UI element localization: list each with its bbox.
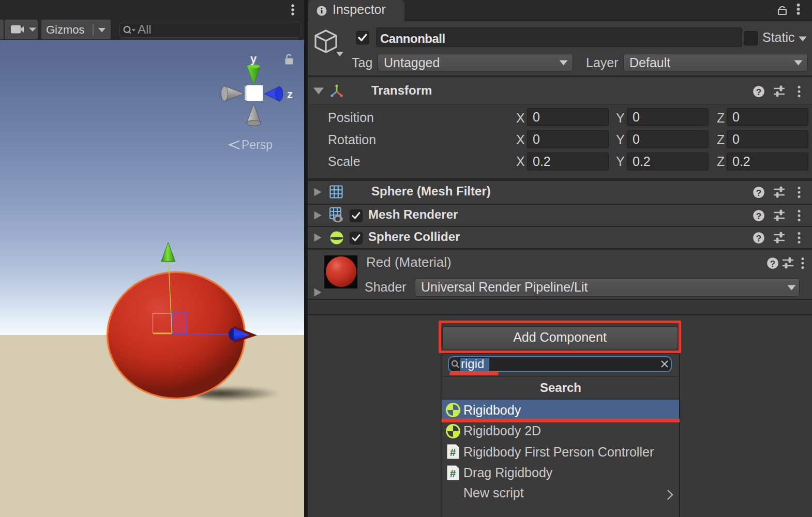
svg-text:z: z <box>287 88 293 101</box>
svg-text:?: ? <box>756 211 761 221</box>
svg-text:?: ? <box>756 234 761 244</box>
svg-text:Persp: Persp <box>242 138 273 151</box>
svg-text:#: # <box>450 467 456 479</box>
svg-text:?: ? <box>756 188 761 198</box>
svg-text:#: # <box>450 446 456 458</box>
svg-text:y: y <box>250 52 257 65</box>
svg-text:?: ? <box>756 87 761 97</box>
svg-text:?: ? <box>770 259 775 269</box>
